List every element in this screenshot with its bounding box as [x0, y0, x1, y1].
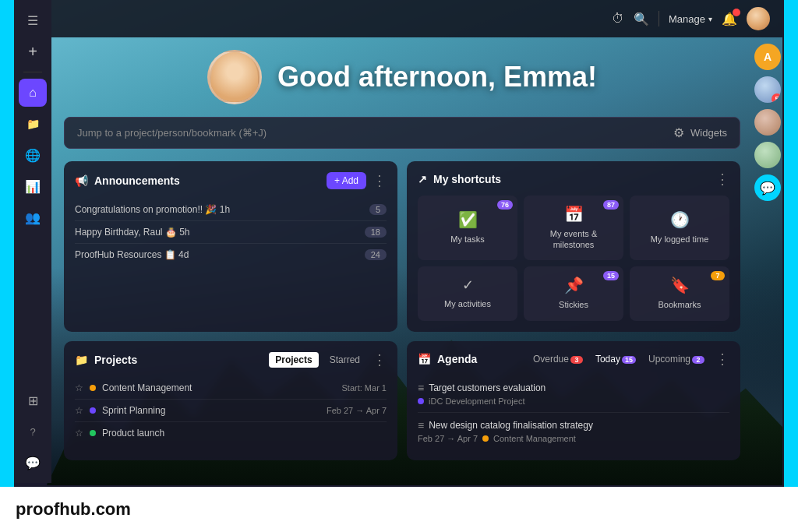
widgets-label: Widgets — [690, 127, 727, 139]
projects-tab-projects[interactable]: Projects — [269, 352, 318, 368]
my-tasks-label: My tasks — [450, 234, 484, 245]
project-2-date: Feb 27 → Apr 7 — [327, 406, 387, 415]
search-icon[interactable]: 🔍 — [634, 12, 649, 26]
project-1-dot — [90, 385, 96, 391]
ann-count-1: 5 — [369, 204, 387, 215]
project-3-star[interactable]: ☆ — [75, 428, 83, 439]
jump-bar-placeholder: Jump to a project/person/bookmark (⌘+J) — [77, 127, 267, 139]
shortcuts-header: ↗ My shortcuts ⋮ — [418, 172, 729, 186]
bookmarks-badge: 7 — [711, 271, 725, 280]
project-3-name: Product launch — [102, 428, 164, 439]
ann-text-2: Happy Birthday, Raul 🎂 5h — [75, 227, 190, 238]
avatar-4-img — [754, 142, 781, 168]
sidebar-item-people[interactable]: 👥 — [19, 203, 47, 231]
sidebar-item-add[interactable]: + — [19, 37, 47, 65]
projects-tab-starred[interactable]: Starred — [323, 352, 366, 368]
agenda-header: 📅 Agenda Overdue3 Today15 Upcoming2 — [418, 352, 729, 366]
chat-bubble-icon[interactable]: 💬 — [754, 174, 781, 201]
notifications-bell[interactable]: 🔔 — [722, 12, 737, 26]
sidebar-item-menu[interactable]: ☰ — [19, 6, 47, 34]
shortcuts-icon: ↗ — [418, 173, 427, 185]
ann-count-2: 18 — [365, 227, 387, 238]
right-sidebar-avatars: A 5 💬 — [753, 37, 782, 207]
ann-text-1: Congratulations on promotion!! 🎉 1h — [75, 204, 230, 215]
ann-left-2: Happy Birthday, Raul 🎂 5h — [75, 227, 365, 238]
shortcut-my-activities[interactable]: ✓ My activities — [418, 266, 517, 321]
announcements-card: 📢 Announcements + Add ⋮ Congratulations … — [64, 161, 397, 332]
agenda-item-2-title: ≡ New design catalog finalisation strate… — [418, 419, 729, 432]
avatar-2[interactable]: 5 — [754, 76, 781, 103]
project-item-1[interactable]: ☆ Content Management Start: Mar 1 — [75, 377, 387, 400]
project-item-3[interactable]: ☆ Product launch — [75, 422, 387, 444]
agenda-actions: Overdue3 Today15 Upcoming2 ⋮ — [528, 352, 729, 366]
manage-menu[interactable]: Manage ▾ — [669, 13, 712, 25]
widgets-button[interactable]: ⚙ Widgets — [673, 125, 727, 140]
agenda-more-button[interactable]: ⋮ — [715, 352, 729, 366]
shortcut-bookmarks[interactable]: 7 🔖 Bookmarks — [630, 266, 729, 321]
sidebar-item-global[interactable]: 🌐 — [19, 141, 47, 169]
events-label: My events & milestones — [530, 228, 617, 251]
ann-left-1: Congratulations on promotion!! 🎉 1h — [75, 204, 369, 215]
announcements-more-button[interactable]: ⋮ — [373, 174, 387, 188]
shortcut-logged-time[interactable]: 🕐 My logged time — [630, 196, 729, 260]
sidebar-item-help[interactable]: ? — [19, 417, 47, 446]
agenda-card: 📅 Agenda Overdue3 Today15 Upcoming2 — [407, 341, 740, 460]
project-1-star[interactable]: ☆ — [75, 382, 83, 393]
shortcut-stickies[interactable]: 15 📌 Stickies — [524, 266, 623, 321]
cyan-left-accent — [0, 0, 14, 532]
projects-card: 📁 Projects Projects Starred ⋮ ☆ Con — [64, 341, 397, 460]
list-icon-1: ≡ — [418, 382, 424, 394]
jump-bar[interactable]: Jump to a project/person/bookmark (⌘+J) … — [64, 117, 740, 149]
main-grid: 📢 Announcements + Add ⋮ Congratulations … — [64, 161, 740, 460]
user-avatar[interactable] — [747, 7, 770, 30]
list-icon-2: ≡ — [418, 419, 424, 432]
agenda-tab-upcoming[interactable]: Upcoming2 — [644, 352, 709, 366]
shortcut-my-tasks[interactable]: 76 ✅ My tasks — [418, 196, 517, 260]
avatar-1[interactable]: A — [754, 44, 781, 70]
agenda-item-2-sub: Feb 27 → Apr 7 Content Management — [418, 434, 729, 443]
avatar-image — [747, 7, 770, 30]
agenda-title-1: Target customers evaluation — [429, 382, 546, 393]
upcoming-badge: 2 — [692, 356, 704, 364]
folder-icon: 📁 — [75, 354, 88, 366]
projects-actions: Projects Starred ⋮ — [269, 352, 387, 368]
ann-text-3: ProofHub Resources 📋 4d — [75, 249, 189, 260]
shortcuts-title-text: My shortcuts — [433, 173, 501, 185]
add-announcement-button[interactable]: + Add — [327, 172, 366, 189]
avatar-3-img — [754, 109, 781, 136]
ann-count-3: 24 — [365, 249, 387, 260]
agenda-dot-1 — [418, 398, 424, 404]
agenda-tab-today[interactable]: Today15 — [591, 352, 641, 366]
announcements-header: 📢 Announcements + Add ⋮ — [75, 172, 387, 189]
avatar-3[interactable] — [754, 109, 781, 136]
overdue-badge: 3 — [570, 356, 583, 364]
project-1-name: Content Management — [102, 382, 192, 393]
shortcut-events[interactable]: 87 📅 My events & milestones — [524, 196, 623, 260]
proj-left-1: ☆ Content Management — [75, 382, 192, 393]
announcement-item-1[interactable]: Congratulations on promotion!! 🎉 1h 5 — [75, 199, 387, 221]
top-navbar: ⏱ 🔍 Manage ▾ 🔔 — [51, 0, 782, 37]
project-item-2[interactable]: ☆ Sprint Planning Feb 27 → Apr 7 — [75, 400, 387, 422]
my-tasks-badge: 76 — [497, 200, 513, 210]
sidebar-item-reports[interactable]: 📊 — [19, 172, 47, 200]
sidebar-item-home[interactable]: ⌂ — [19, 79, 47, 107]
agenda-item-1[interactable]: ≡ Target customers evaluation iDC Develo… — [418, 375, 729, 413]
sidebar-item-grid[interactable]: ⊞ — [19, 386, 47, 414]
sidebar-item-files[interactable]: 📁 — [19, 110, 47, 138]
project-2-star[interactable]: ☆ — [75, 405, 83, 416]
agenda-item-2[interactable]: ≡ New design catalog finalisation strate… — [418, 413, 729, 449]
timer-icon[interactable]: ⏱ — [612, 12, 624, 26]
projects-more-button[interactable]: ⋮ — [373, 353, 387, 367]
sidebar-item-chat[interactable]: 💬 — [19, 449, 47, 477]
shortcuts-more-button[interactable]: ⋮ — [715, 172, 729, 186]
shortcuts-card: ↗ My shortcuts ⋮ 76 ✅ My tasks 87 📅 My e… — [407, 161, 740, 332]
manage-label: Manage — [669, 13, 705, 25]
greeting-title: Good afternoon, Emma! — [277, 61, 597, 93]
agenda-date-2: Feb 27 → Apr 7 — [418, 434, 478, 443]
avatar-4[interactable] — [754, 142, 781, 168]
agenda-project-1: iDC Development Project — [429, 396, 525, 406]
notifications-badge — [733, 9, 740, 16]
announcement-item-3[interactable]: ProofHub Resources 📋 4d 24 — [75, 244, 387, 266]
announcement-item-2[interactable]: Happy Birthday, Raul 🎂 5h 18 — [75, 221, 387, 244]
agenda-tab-overdue[interactable]: Overdue3 — [528, 352, 588, 366]
